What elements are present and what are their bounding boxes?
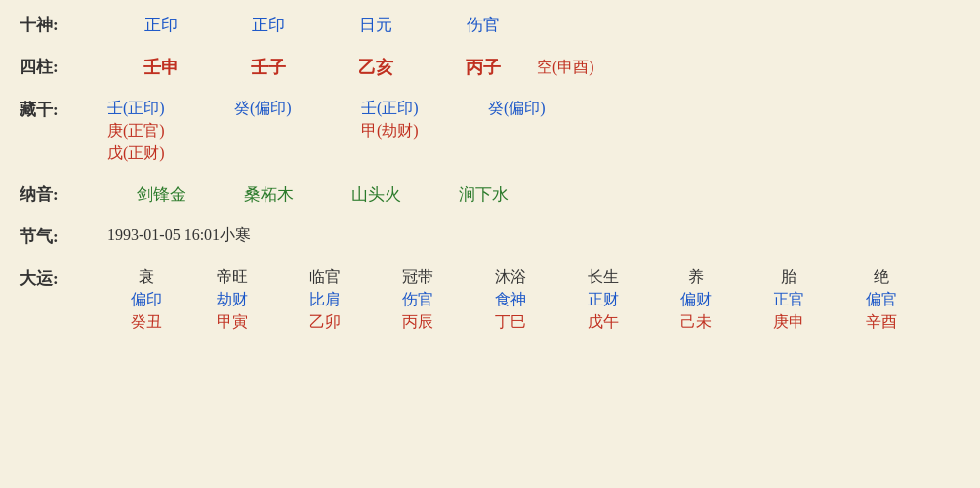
dayun-content: 衰 帝旺 临官 冠带 沐浴 长生 养 胎 绝 偏印 劫财 比肩 伤官 食神 正财… <box>107 267 927 333</box>
zanggan-l1-i4: 癸(偏印) <box>488 99 615 119</box>
dayun-l1-i1: 衰 <box>107 267 185 288</box>
dayun-l1-i2: 帝旺 <box>185 267 278 288</box>
dayun-l2-i2: 劫财 <box>185 290 278 310</box>
nayin-label: 纳音: <box>20 183 107 206</box>
zanggan-l3-i1: 戊(正财) <box>107 143 234 164</box>
shishen-item-3: 日元 <box>322 14 429 36</box>
zanggan-l2-i2 <box>234 121 361 142</box>
dayun-l3-i7: 己未 <box>649 312 742 333</box>
dayun-l2-i3: 比肩 <box>278 290 371 310</box>
dayun-l1-i9: 绝 <box>835 267 927 288</box>
zanggan-line-2: 庚(正官) 甲(劫财) <box>107 121 615 142</box>
zanggan-l2-i1: 庚(正官) <box>107 121 234 142</box>
dayun-l3-i3: 乙卯 <box>278 312 371 333</box>
zanggan-content: 壬(正印) 癸(偏印) 壬(正印) 癸(偏印) 庚(正官) 甲(劫财) 戊(正财… <box>107 99 615 164</box>
dayun-l3-i6: 戊午 <box>556 312 649 333</box>
sizhu-extra: 空(申酉) <box>537 58 594 78</box>
dayun-line-1: 衰 帝旺 临官 冠带 沐浴 长生 养 胎 绝 <box>107 267 927 288</box>
nayin-item-1: 剑锋金 <box>107 183 215 206</box>
dayun-l3-i8: 庚申 <box>742 312 835 333</box>
zanggan-line-3: 戊(正财) <box>107 143 615 164</box>
zanggan-label: 藏干: <box>20 99 107 121</box>
dayun-l2-i1: 偏印 <box>107 290 185 310</box>
shishen-item-2: 正印 <box>215 14 322 36</box>
sizhu-label: 四柱: <box>20 56 107 78</box>
zanggan-l2-i3: 甲(劫财) <box>361 121 488 142</box>
shishen-content: 正印 正印 日元 伤官 <box>107 14 960 36</box>
zanggan-l1-i3: 壬(正印) <box>361 99 488 119</box>
sizhu-content: 壬申 壬子 乙亥 丙子 空(申酉) <box>107 56 960 79</box>
jieqi-content: 1993-01-05 16:01小寒 <box>107 225 251 246</box>
dayun-l1-i6: 长生 <box>556 267 649 288</box>
dayun-l2-i9: 偏官 <box>835 290 927 310</box>
sizhu-item-2: 壬子 <box>215 56 322 79</box>
dayun-l1-i5: 沐浴 <box>464 267 556 288</box>
nayin-item-4: 涧下水 <box>429 183 537 206</box>
zanggan-line-1: 壬(正印) 癸(偏印) 壬(正印) 癸(偏印) <box>107 99 615 119</box>
jieqi-label: 节气: <box>20 225 107 248</box>
dayun-l3-i1: 癸丑 <box>107 312 185 333</box>
dayun-l2-i4: 伤官 <box>371 290 464 310</box>
dayun-l2-i8: 正官 <box>742 290 835 310</box>
dayun-l2-i7: 偏财 <box>649 290 742 310</box>
jieqi-row: 节气: 1993-01-05 16:01小寒 <box>20 222 960 252</box>
dayun-l2-i6: 正财 <box>556 290 649 310</box>
sizhu-item-3: 乙亥 <box>322 56 429 79</box>
nayin-content: 剑锋金 桑柘木 山头火 涧下水 <box>107 183 960 206</box>
sizhu-item-4: 丙子 <box>429 56 537 79</box>
dayun-l1-i4: 冠带 <box>371 267 464 288</box>
shishen-row: 十神: 正印 正印 日元 伤官 <box>20 10 960 40</box>
dayun-l1-i3: 临官 <box>278 267 371 288</box>
dayun-l3-i9: 辛酉 <box>835 312 927 333</box>
dayun-l3-i2: 甲寅 <box>185 312 278 333</box>
zanggan-l1-i1: 壬(正印) <box>107 99 234 119</box>
dayun-l2-i5: 食神 <box>464 290 556 310</box>
nayin-row: 纳音: 剑锋金 桑柘木 山头火 涧下水 <box>20 180 960 210</box>
shishen-item-4: 伤官 <box>429 14 537 36</box>
shishen-item-1: 正印 <box>107 14 215 36</box>
shishen-label: 十神: <box>20 14 107 36</box>
dayun-l3-i5: 丁巳 <box>464 312 556 333</box>
dayun-line-2: 偏印 劫财 比肩 伤官 食神 正财 偏财 正官 偏官 <box>107 290 927 310</box>
zanggan-l2-i4 <box>488 121 615 142</box>
nayin-item-3: 山头火 <box>322 183 429 206</box>
dayun-l1-i8: 胎 <box>742 267 835 288</box>
dayun-l3-i4: 丙辰 <box>371 312 464 333</box>
nayin-item-2: 桑柘木 <box>215 183 322 206</box>
zanggan-row: 藏干: 壬(正印) 癸(偏印) 壬(正印) 癸(偏印) 庚(正官) 甲(劫财) … <box>20 95 960 168</box>
dayun-label: 大运: <box>20 267 107 290</box>
zanggan-l1-i2: 癸(偏印) <box>234 99 361 119</box>
dayun-l1-i7: 养 <box>649 267 742 288</box>
dayun-row: 大运: 衰 帝旺 临官 冠带 沐浴 长生 养 胎 绝 偏印 劫财 比肩 伤官 食… <box>20 264 960 337</box>
sizhu-row: 四柱: 壬申 壬子 乙亥 丙子 空(申酉) <box>20 52 960 83</box>
dayun-line-3: 癸丑 甲寅 乙卯 丙辰 丁巳 戊午 己未 庚申 辛酉 <box>107 312 927 333</box>
sizhu-item-1: 壬申 <box>107 56 215 79</box>
